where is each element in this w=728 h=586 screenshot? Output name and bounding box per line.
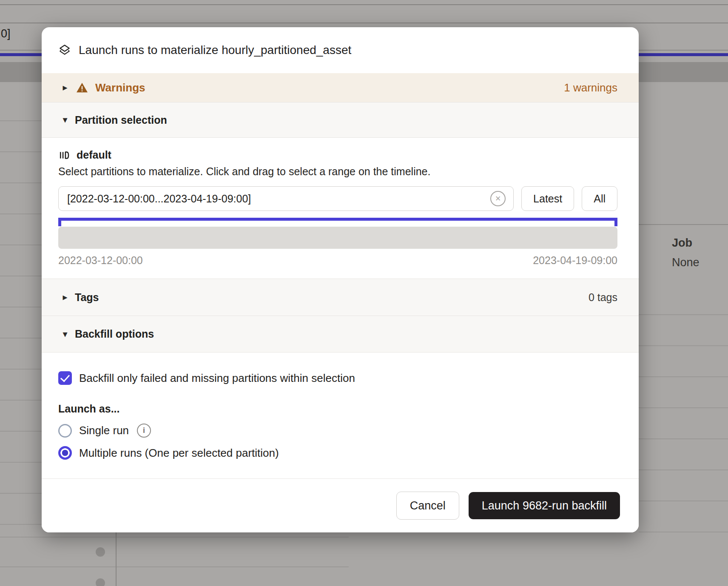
multiple-runs-radio-row[interactable]: Multiple runs (One per selected partitio…	[58, 446, 617, 460]
partition-range-input[interactable]: [2022-03-12-00:00...2023-04-19-09:00] ×	[58, 186, 514, 211]
dialog-header: Launch runs to materialize hourly_partit…	[42, 27, 639, 73]
selected-range-bracket	[58, 218, 617, 226]
cancel-button[interactable]: Cancel	[396, 492, 459, 520]
bg-status-dot	[96, 547, 105, 557]
launch-backfill-button[interactable]: Launch 9682-run backfill	[469, 492, 620, 519]
bg-divider	[0, 4, 728, 5]
bg-divider	[0, 537, 349, 538]
backfill-options-expander[interactable]: ▾ Backfill options	[42, 316, 639, 353]
clear-selection-icon[interactable]: ×	[490, 191, 506, 206]
partition-selection-header: Partition selection	[75, 114, 167, 126]
materialize-layers-icon	[58, 44, 71, 57]
bg-column-divider	[116, 532, 117, 586]
partition-set-icon	[58, 149, 70, 161]
backfill-options-header: Backfill options	[75, 328, 154, 340]
dimension-name: default	[77, 149, 111, 161]
launch-backfill-dialog: Launch runs to materialize hourly_partit…	[42, 27, 639, 532]
bg-table-rows-left	[0, 90, 42, 532]
radio-selected-icon[interactable]	[58, 446, 72, 460]
all-button[interactable]: All	[582, 186, 617, 211]
dialog-title: Launch runs to materialize hourly_partit…	[79, 43, 351, 57]
warnings-count-badge: 1 warnings	[564, 81, 617, 94]
bg-job-column-header: Job	[672, 236, 692, 250]
partition-selection-body: default Select partitions to materialize…	[42, 138, 639, 279]
partition-selection-expander[interactable]: ▾ Partition selection	[42, 102, 639, 138]
backfill-checkbox-label: Backfill only failed and missing partiti…	[79, 372, 355, 385]
chevron-down-icon: ▾	[61, 329, 69, 340]
partition-selection-description: Select partitions to materialize. Click …	[58, 165, 617, 178]
single-run-label: Single run	[79, 424, 129, 437]
bg-table-rows-right	[639, 284, 728, 532]
bg-divider	[0, 23, 728, 23]
radio-unselected-icon[interactable]	[58, 424, 72, 438]
bg-status-dot	[96, 578, 105, 586]
bg-job-column-value: None	[672, 256, 700, 269]
tags-header: Tags	[75, 291, 99, 304]
info-icon[interactable]: i	[137, 424, 151, 438]
dialog-footer: Cancel Launch 9682-run backfill	[42, 478, 639, 532]
latest-button[interactable]: Latest	[521, 186, 574, 211]
partition-input-row: [2022-03-12-00:00...2023-04-19-09:00] × …	[58, 186, 617, 211]
single-run-radio-row[interactable]: Single run i	[58, 424, 617, 438]
range-start-label: 2022-03-12-00:00	[58, 254, 143, 267]
backfill-options-body: Backfill only failed and missing partiti…	[42, 353, 639, 460]
warning-triangle-icon	[76, 81, 88, 94]
multiple-runs-label: Multiple runs (One per selected partitio…	[79, 447, 279, 460]
bg-divider	[639, 224, 728, 225]
range-end-label: 2023-04-19-09:00	[533, 254, 617, 267]
chevron-down-icon: ▾	[61, 114, 69, 125]
tags-expander[interactable]: ▸ Tags 0 tags	[42, 279, 639, 316]
screen: 0] Job None Launch runs to materialize h…	[0, 0, 728, 586]
timeline-range-labels: 2022-03-12-00:00 2023-04-19-09:00	[58, 254, 617, 267]
partition-timeline-track[interactable]	[58, 227, 617, 249]
warnings-label: Warnings	[95, 81, 145, 94]
launch-as-label: Launch as...	[58, 403, 617, 415]
bg-divider	[0, 566, 349, 567]
partition-range-value: [2022-03-12-00:00...2023-04-19-09:00]	[67, 193, 251, 205]
tags-count-badge: 0 tags	[589, 291, 617, 304]
chevron-right-icon: ▸	[61, 292, 69, 303]
bg-clipped-text: 0]	[1, 27, 11, 40]
dimension-row: default	[58, 149, 617, 161]
selected-range-bar	[58, 218, 617, 221]
chevron-right-icon: ▸	[61, 82, 69, 93]
checkbox-checked-icon[interactable]	[58, 371, 72, 385]
backfill-failed-missing-checkbox-row[interactable]: Backfill only failed and missing partiti…	[58, 371, 617, 385]
warnings-expander[interactable]: ▸ Warnings 1 warnings	[42, 73, 639, 102]
